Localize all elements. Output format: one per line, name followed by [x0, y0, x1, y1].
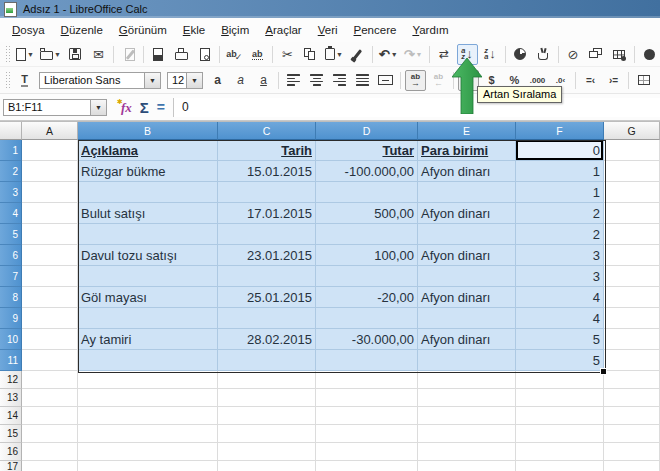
zoom-button[interactable]	[639, 44, 660, 65]
cell-A14[interactable]	[22, 407, 78, 425]
cell-F13[interactable]	[516, 389, 604, 407]
cell-A13[interactable]	[22, 389, 78, 407]
cell-F10[interactable]: 5	[516, 329, 604, 350]
menu-ekle[interactable]: Ekle	[175, 21, 213, 39]
draw-functions-button[interactable]	[533, 44, 554, 65]
save-button[interactable]	[65, 44, 86, 65]
cell-G15[interactable]	[604, 425, 660, 443]
dropdown-caret-icon[interactable]: ▼	[54, 51, 61, 58]
cell-F3[interactable]: 1	[516, 182, 604, 203]
cell-B2[interactable]: Rüzgar bükme	[78, 161, 218, 182]
row-header-10[interactable]: 10	[0, 329, 22, 350]
text-ltr-button[interactable]: ab→	[405, 70, 426, 91]
increase-indent-button[interactable]: ›=	[603, 70, 624, 91]
cell-C3[interactable]	[218, 182, 316, 203]
cell-E12[interactable]	[418, 371, 516, 389]
column-header-F[interactable]: F	[516, 122, 604, 140]
cell-F7[interactable]: 3	[516, 266, 604, 287]
cell-A4[interactable]	[22, 203, 78, 224]
cell-C9[interactable]	[218, 308, 316, 329]
cell-G17[interactable]	[604, 461, 660, 471]
styles-window-button[interactable]: T	[14, 70, 35, 91]
row-header-8[interactable]: 8	[0, 287, 22, 308]
underline-button[interactable]: a	[253, 70, 274, 91]
cell-B6[interactable]: Davul tozu satışı	[78, 245, 218, 266]
menu-araclar[interactable]: Araçlar	[257, 21, 309, 39]
cell-D9[interactable]	[316, 308, 418, 329]
menu-yardim[interactable]: Yardım	[404, 21, 456, 39]
row-header-15[interactable]: 15	[0, 425, 22, 443]
font-size-select[interactable]: 12▼	[167, 72, 203, 89]
cell-D17[interactable]	[316, 461, 418, 471]
formula-input[interactable]: 0	[173, 98, 660, 117]
cell-B10[interactable]: Ay tamiri	[78, 329, 218, 350]
row-header-1[interactable]: 1	[0, 140, 22, 161]
open-button[interactable]: ▼	[38, 44, 63, 65]
cell-G11[interactable]	[604, 350, 660, 371]
column-header-D[interactable]: D	[316, 122, 418, 140]
cell-C14[interactable]	[218, 407, 316, 425]
cell-D7[interactable]	[316, 266, 418, 287]
cell-C6[interactable]: 23.01.2015	[218, 245, 316, 266]
name-box-dropdown-icon[interactable]: ▼	[90, 100, 106, 115]
email-button[interactable]: ✉	[88, 44, 109, 65]
cell-C8[interactable]: 25.01.2015	[218, 287, 316, 308]
cell-A16[interactable]	[22, 443, 78, 461]
font-size-select-dropdown-icon[interactable]: ▼	[186, 73, 202, 88]
row-header-2[interactable]: 2	[0, 161, 22, 182]
dropdown-caret-icon[interactable]: ▼	[391, 51, 398, 58]
borders-button[interactable]	[633, 70, 654, 91]
cell-F1[interactable]: 0	[516, 140, 604, 161]
undo-button[interactable]: ↶▼	[377, 44, 400, 65]
cell-A8[interactable]	[22, 287, 78, 308]
cell-F17[interactable]	[516, 461, 604, 471]
clone-formatting-button[interactable]	[347, 44, 368, 65]
cell-E11[interactable]	[418, 350, 516, 371]
cell-D8[interactable]: -20,00	[316, 287, 418, 308]
page-preview-button[interactable]	[194, 44, 215, 65]
cell-A6[interactable]	[22, 245, 78, 266]
menu-pencere[interactable]: Pencere	[346, 21, 405, 39]
data-sources-button[interactable]	[609, 44, 630, 65]
cell-F5[interactable]: 2	[516, 224, 604, 245]
font-name-select-dropdown-icon[interactable]: ▼	[144, 73, 160, 88]
row-header-14[interactable]: 14	[0, 407, 22, 425]
name-box[interactable]: B1:F11 ▼	[3, 99, 107, 116]
find-replace-button[interactable]: ⇄	[434, 44, 455, 65]
cell-B11[interactable]	[78, 350, 218, 371]
sort-descending-button[interactable]: za↓	[480, 44, 501, 65]
cell-C2[interactable]: 15.01.2015	[218, 161, 316, 182]
cell-E14[interactable]	[418, 407, 516, 425]
cell-F8[interactable]: 4	[516, 287, 604, 308]
cell-G9[interactable]	[604, 308, 660, 329]
cell-B7[interactable]	[78, 266, 218, 287]
menu-duzenle[interactable]: Düzenle	[53, 21, 111, 39]
cell-F2[interactable]: 1	[516, 161, 604, 182]
cell-F12[interactable]	[516, 371, 604, 389]
cell-F11[interactable]: 5	[516, 350, 604, 371]
cell-E17[interactable]	[418, 461, 516, 471]
column-header-B[interactable]: B	[78, 122, 218, 140]
cell-D15[interactable]	[316, 425, 418, 443]
cell-E8[interactable]: Afyon dinarı	[418, 287, 516, 308]
row-header-7[interactable]: 7	[0, 266, 22, 287]
row-header-11[interactable]: 11	[0, 350, 22, 371]
cell-C17[interactable]	[218, 461, 316, 471]
sort-ascending-button[interactable]: az↓	[457, 44, 478, 65]
cell-E16[interactable]	[418, 443, 516, 461]
cell-A11[interactable]	[22, 350, 78, 371]
cell-A1[interactable]	[22, 140, 78, 161]
cell-E5[interactable]	[418, 224, 516, 245]
cell-B12[interactable]	[78, 371, 218, 389]
cell-E10[interactable]: Afyon dinarı	[418, 329, 516, 350]
cell-G2[interactable]	[604, 161, 660, 182]
cell-E2[interactable]: Afyon dinarı	[418, 161, 516, 182]
cell-C5[interactable]	[218, 224, 316, 245]
cell-A17[interactable]	[22, 461, 78, 471]
toolbar-handle[interactable]	[5, 45, 10, 63]
font-name-select[interactable]: Liberation Sans▼	[39, 72, 161, 89]
dropdown-caret-icon[interactable]: ▼	[27, 51, 34, 58]
cell-C7[interactable]	[218, 266, 316, 287]
cell-G13[interactable]	[604, 389, 660, 407]
row-header-6[interactable]: 6	[0, 245, 22, 266]
